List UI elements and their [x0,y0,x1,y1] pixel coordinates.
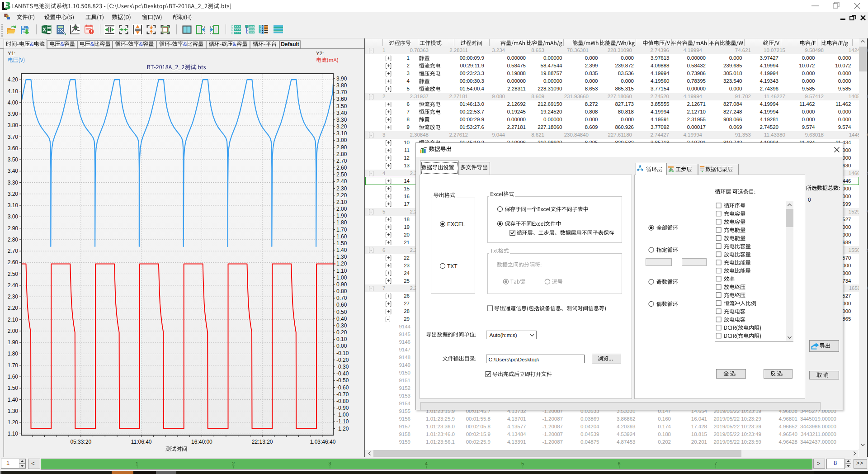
svg-text:-1.10: -1.10 [336,418,349,425]
svg-text:-0.50: -0.50 [336,377,349,384]
svg-text:3.70: 3.70 [336,89,347,95]
svg-text:1.70: 1.70 [8,362,19,369]
svg-text:1.50: 1.50 [336,240,347,246]
svg-text:3.60: 3.60 [8,145,19,152]
svg-text:-0.10: -0.10 [336,350,349,356]
svg-text:3.50: 3.50 [336,103,347,109]
svg-text:2.50: 2.50 [8,271,19,277]
svg-text:4.20: 4.20 [8,76,19,83]
svg-text:0.70: 0.70 [336,295,347,301]
svg-text:2.10: 2.10 [336,199,347,205]
svg-text:1.60: 1.60 [8,374,19,380]
svg-text:2.80: 2.80 [336,151,347,157]
svg-text:22:13:20: 22:13:20 [252,439,273,445]
svg-text:3.00: 3.00 [336,137,347,143]
svg-text:1.20: 1.20 [8,419,19,426]
svg-text:1.50: 1.50 [8,385,19,391]
svg-text:1.90: 1.90 [8,339,19,346]
svg-text:2.50: 2.50 [336,171,347,178]
svg-text:2.30: 2.30 [8,294,19,300]
svg-text:2.40: 2.40 [8,282,19,289]
svg-text:1.80: 1.80 [336,219,347,226]
svg-text:1.10: 1.10 [336,268,347,274]
svg-text:2.80: 2.80 [8,237,19,243]
svg-text:3.20: 3.20 [8,191,19,197]
svg-text:2.90: 2.90 [8,225,19,232]
svg-text:4.10: 4.10 [8,88,19,95]
svg-text:3.00: 3.00 [8,213,19,220]
svg-text:-0.30: -0.30 [336,364,349,370]
svg-text:Y2:: Y2: [316,51,324,56]
svg-text:05:33:20: 05:33:20 [70,439,91,445]
svg-text:2.00: 2.00 [336,206,347,212]
svg-text:3.80: 3.80 [336,82,347,89]
svg-text:1.80: 1.80 [8,351,19,357]
svg-text:0.50: 0.50 [336,309,347,315]
svg-text:3.90: 3.90 [336,76,347,82]
svg-text:-0.70: -0.70 [336,391,349,398]
svg-text:3.90: 3.90 [8,111,19,117]
svg-text:0.20: 0.20 [336,329,347,336]
svg-text:0.80: 0.80 [336,288,347,294]
svg-text:2.30: 2.30 [336,185,347,192]
svg-text:3.80: 3.80 [8,122,19,128]
svg-text:1.20: 1.20 [336,261,347,267]
svg-text:0.30: 0.30 [336,322,347,329]
svg-text:2.60: 2.60 [8,259,19,265]
svg-text:Default: Default [281,41,299,47]
svg-text:0.40: 0.40 [336,316,347,322]
svg-text:-1.00: -1.00 [336,412,349,418]
svg-text:1.30: 1.30 [336,254,347,260]
svg-text:2.10: 2.10 [8,317,19,323]
svg-text:1.30: 1.30 [8,408,19,414]
svg-text:2.00: 2.00 [8,328,19,334]
svg-text:0.60: 0.60 [336,302,347,308]
svg-text:2.90: 2.90 [336,144,347,151]
svg-text:3.50: 3.50 [8,156,19,163]
svg-text:3.40: 3.40 [336,110,347,116]
svg-text:2.40: 2.40 [336,178,347,185]
svg-text:1.40: 1.40 [8,397,19,403]
svg-text:-0.20: -0.20 [336,357,349,363]
svg-text:-1.20: -1.20 [336,426,349,432]
svg-text:1.03:46:40: 1.03:46:40 [310,439,336,445]
svg-text:1.40: 1.40 [336,247,347,253]
svg-text:1.10: 1.10 [8,431,19,437]
svg-text:1.00: 1.00 [336,275,347,281]
svg-text:3.70: 3.70 [8,134,19,140]
svg-text:2.70: 2.70 [336,158,347,164]
svg-text:-0.90: -0.90 [336,405,349,411]
svg-text:3.10: 3.10 [336,130,347,137]
svg-text:3.10: 3.10 [8,202,19,209]
svg-text:3.40: 3.40 [8,168,19,174]
svg-text:3.20: 3.20 [336,123,347,130]
svg-text:-0.60: -0.60 [336,384,349,391]
svg-text:3.60: 3.60 [336,96,347,102]
svg-text:2.60: 2.60 [336,165,347,171]
svg-text:0.90: 0.90 [336,281,347,288]
svg-text:-0.80: -0.80 [336,398,349,404]
svg-text:0.10: 0.10 [336,336,347,342]
svg-text:-0.40: -0.40 [336,370,349,377]
svg-text:2.20: 2.20 [336,192,347,199]
svg-text:4.00: 4.00 [8,100,19,106]
svg-text:0.00: 0.00 [336,343,347,349]
svg-text:3.30: 3.30 [8,180,19,186]
svg-text:2.20: 2.20 [8,305,19,311]
svg-text:3.30: 3.30 [336,117,347,123]
svg-text:2.70: 2.70 [8,248,19,254]
svg-text:1.90: 1.90 [336,213,347,219]
svg-text:1.60: 1.60 [336,233,347,240]
svg-text:Y1:: Y1: [8,51,15,56]
svg-text:1.70: 1.70 [336,227,347,233]
svg-text:11:06:40: 11:06:40 [131,439,152,445]
svg-text:16:40:00: 16:40:00 [191,439,212,445]
